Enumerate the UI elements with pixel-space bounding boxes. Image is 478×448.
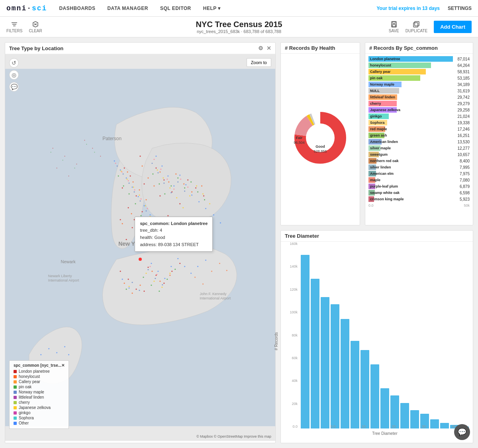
svg-point-102	[161, 287, 163, 288]
health-panel-header: # Records By Health	[281, 43, 360, 54]
svg-point-92	[163, 178, 164, 179]
map-rotate-icon[interactable]: ↺	[9, 58, 19, 68]
svg-point-17	[128, 207, 129, 208]
health-chart-area: Good 528,855 Fair 96,504	[281, 54, 360, 223]
svg-point-129	[160, 169, 161, 170]
nav-help[interactable]: HELP	[203, 6, 221, 11]
svg-point-155	[157, 271, 159, 272]
legend-item: ginkgo	[14, 411, 65, 415]
svg-point-176	[84, 140, 85, 141]
donut-chart-wrapper: Good 528,855 Fair 96,504	[286, 104, 354, 173]
legend-item: Norway maple	[14, 390, 65, 394]
nav-data-manager[interactable]: DATA MANAGER	[107, 6, 148, 11]
svg-point-147	[179, 175, 180, 176]
species-list-item: silver linden 7,995	[368, 164, 470, 170]
svg-point-165	[40, 354, 41, 355]
svg-point-136	[114, 160, 115, 162]
svg-point-39	[143, 291, 145, 292]
save-button[interactable]: SAVE	[389, 21, 399, 33]
y-axis-tick: 0.0	[281, 425, 298, 428]
svg-rect-9	[413, 23, 418, 27]
map-container[interactable]: Paterson Newark Newark Liberty Internati…	[5, 54, 275, 441]
svg-point-139	[132, 186, 133, 188]
y-axis: 160k140k120k100k80k60k40k20k0.0	[281, 242, 298, 428]
svg-point-110	[145, 210, 147, 211]
svg-point-65	[123, 185, 124, 186]
page-title: NYC Tree Census 2015	[196, 20, 282, 29]
x-axis-tick: 20	[392, 425, 396, 428]
duplicate-button[interactable]: DUPLICATE	[406, 21, 427, 33]
svg-point-106	[123, 174, 124, 175]
svg-point-76	[190, 181, 192, 182]
svg-text:528,855: 528,855	[314, 149, 327, 153]
svg-point-128	[153, 159, 155, 160]
map-comment-icon[interactable]: 💬	[9, 82, 19, 92]
add-chart-button[interactable]: Add Chart	[434, 21, 472, 33]
svg-point-152	[213, 214, 214, 215]
top-right-panels: # Records By Health	[280, 42, 473, 225]
svg-text:Good: Good	[315, 145, 325, 149]
svg-point-71	[159, 183, 160, 184]
toolbar-center: NYC Tree Census 2015 nyc_trees_2015_683k…	[196, 20, 282, 34]
svg-point-68	[140, 215, 141, 216]
svg-point-51	[153, 185, 155, 186]
svg-point-125	[134, 189, 135, 190]
svg-point-175	[76, 164, 77, 164]
species-list-item: silver maple 12,277	[368, 145, 470, 151]
svg-point-154	[151, 263, 152, 264]
svg-point-75	[184, 187, 185, 188]
legend-close-icon[interactable]: ✕	[61, 363, 65, 368]
bar-column	[380, 246, 389, 428]
species-list-item: Sophora 19,338	[368, 120, 470, 125]
map-close-icon[interactable]: ✕	[266, 45, 271, 51]
svg-point-19	[140, 156, 141, 157]
svg-point-64	[118, 176, 119, 177]
bar-column	[410, 246, 419, 428]
svg-point-132	[180, 179, 181, 180]
svg-point-58	[151, 271, 153, 272]
svg-point-123	[121, 172, 123, 173]
species-list-item: cherry 29,279	[368, 101, 470, 106]
chat-button[interactable]: 💬	[454, 424, 470, 440]
svg-text:John F. Kennedy: John F. Kennedy	[200, 292, 227, 296]
nav-dashboards[interactable]: DASHBOARDS	[59, 6, 95, 11]
svg-point-140	[138, 196, 139, 197]
svg-point-32	[195, 187, 196, 188]
svg-text:Fair: Fair	[296, 136, 303, 140]
species-list[interactable]: London planetree 87,014 honeylocust 64,2…	[365, 54, 473, 223]
settings-link[interactable]: SETTINGS	[448, 6, 472, 11]
filters-button[interactable]: FILTERS	[6, 21, 22, 33]
svg-point-162	[205, 260, 206, 261]
svg-point-42	[136, 289, 137, 290]
donut-chart: Good 528,855 Fair 96,504	[286, 104, 354, 172]
nav-sql-editor[interactable]: SQL EDITOR	[160, 6, 191, 11]
svg-text:International Airport: International Airport	[200, 296, 231, 300]
svg-point-103	[169, 273, 170, 274]
species-list-item: sweetgum 10,657	[368, 152, 470, 157]
svg-point-74	[177, 178, 178, 179]
y-axis-tick: 40k	[281, 379, 298, 383]
svg-point-119	[162, 284, 163, 286]
clear-button[interactable]: CLEAR	[29, 21, 42, 33]
svg-point-61	[124, 283, 125, 284]
svg-point-80	[151, 285, 152, 286]
species-list-item: northern red oak 8,400	[368, 158, 470, 164]
map-settings-icon[interactable]: ⚙	[258, 45, 263, 51]
x-axis-tick: 10	[362, 425, 366, 428]
bar-column	[460, 246, 469, 428]
zoom-to-button[interactable]: Zoom to	[247, 58, 271, 67]
species-list-item: NULL 31,619	[368, 88, 470, 94]
svg-rect-10	[415, 22, 419, 26]
svg-point-20	[143, 183, 145, 184]
map-compass-icon[interactable]: ◎	[9, 70, 19, 80]
svg-point-183	[74, 168, 75, 168]
svg-point-113	[163, 182, 165, 184]
svg-point-91	[157, 170, 158, 171]
species-list-item: London planetree 87,014	[368, 56, 470, 62]
svg-point-188	[226, 270, 227, 271]
svg-point-66	[129, 193, 130, 194]
svg-point-23	[120, 219, 121, 220]
svg-point-47	[131, 213, 132, 214]
svg-point-127	[147, 208, 148, 209]
bar-column	[301, 246, 310, 428]
